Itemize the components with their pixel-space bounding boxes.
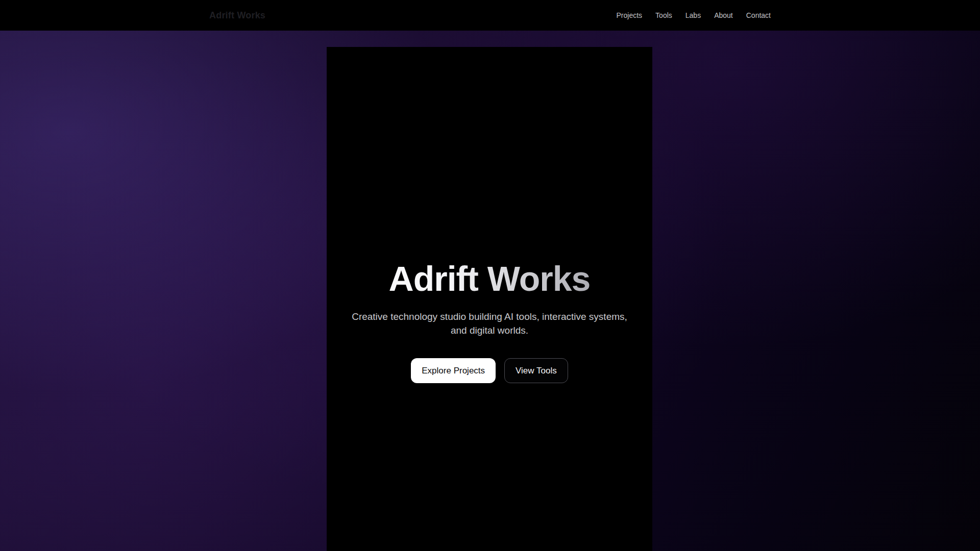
top-nav: Adrift Works Projects Tools Labs About C… (0, 0, 980, 31)
hero-title: Adrift Works (327, 261, 652, 296)
top-nav-container: Adrift Works Projects Tools Labs About C… (209, 0, 771, 31)
hero-content: Adrift Works Creative technology studio … (327, 261, 652, 383)
main-nav: Projects Tools Labs About Contact (617, 11, 771, 19)
hero-actions: Explore Projects View Tools (327, 358, 652, 383)
hero-subtitle-line-2: and digital worlds. (451, 325, 528, 336)
brand-logo[interactable]: Adrift Works (209, 10, 265, 21)
hero-panel: Adrift Works Creative technology studio … (327, 47, 652, 551)
page-background: Adrift Works Projects Tools Labs About C… (0, 0, 980, 551)
nav-link-contact[interactable]: Contact (746, 11, 771, 19)
nav-link-labs[interactable]: Labs (685, 11, 701, 19)
hero-subtitle-line-1: Creative technology studio building AI t… (352, 311, 627, 322)
nav-link-tools[interactable]: Tools (655, 11, 672, 19)
nav-link-projects[interactable]: Projects (617, 11, 643, 19)
nav-link-about[interactable]: About (714, 11, 733, 19)
hero-subtitle: Creative technology studio building AI t… (327, 310, 652, 337)
explore-projects-button[interactable]: Explore Projects (411, 358, 496, 383)
view-tools-button[interactable]: View Tools (504, 358, 568, 383)
